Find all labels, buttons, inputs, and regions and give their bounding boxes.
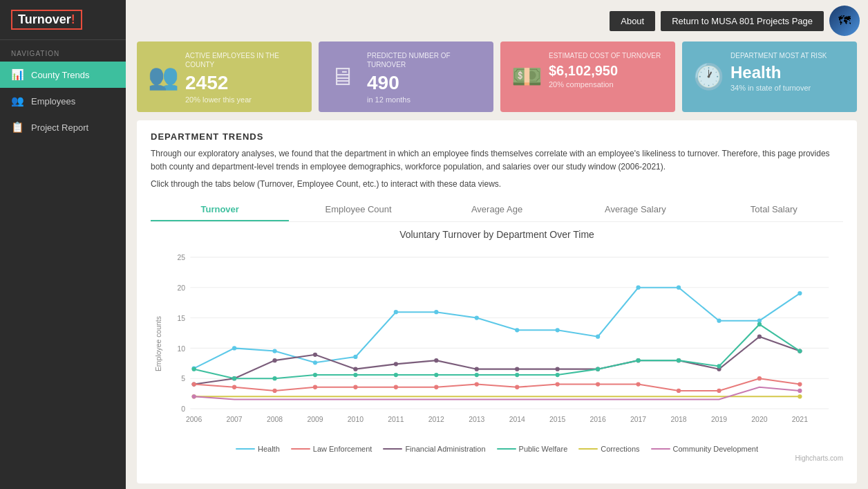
svg-point-36 <box>475 316 479 320</box>
chart-title: Voluntary Turnover by Department Over Ti… <box>151 229 843 240</box>
sidebar: Turnover! NAVIGATION 📊 County Trends 👥 E… <box>0 0 126 489</box>
svg-point-34 <box>394 310 398 314</box>
sidebar-item-label: Employees <box>31 96 75 107</box>
svg-point-78 <box>232 376 236 380</box>
card-estimated-cost: 💵 ESTIMATED COST OF TURNOVER $6,102,950 … <box>500 41 675 112</box>
svg-point-94 <box>798 395 802 399</box>
people-icon: 👥 <box>11 95 24 107</box>
svg-text:2015: 2015 <box>549 416 565 423</box>
svg-point-39 <box>596 335 600 339</box>
svg-text:2006: 2006 <box>186 416 202 423</box>
return-button[interactable]: Return to MUSA 801 Projects Page <box>661 11 824 31</box>
svg-point-66 <box>394 385 398 389</box>
svg-point-73 <box>677 389 681 393</box>
svg-text:2017: 2017 <box>630 416 646 423</box>
legend-label: Public Welfare <box>519 445 568 453</box>
svg-text:15: 15 <box>178 315 186 322</box>
card-predicted-turnover: 🖥 PREDICTED NUMBER OF TURNOVER 490 in 12… <box>319 41 493 112</box>
card-active-employees: 👥 ACTIVE EMPLOYEES IN THE COUNTY 2452 20… <box>137 41 312 112</box>
svg-text:2020: 2020 <box>751 416 767 423</box>
chart-legend: Health Law Enforcement Financial Adminis… <box>151 445 843 453</box>
legend-label: Financial Administration <box>405 445 485 453</box>
svg-point-50 <box>394 362 398 367</box>
svg-point-47 <box>272 358 276 362</box>
money-icon: 💵 <box>511 62 542 91</box>
tab-turnover[interactable]: Turnover <box>151 199 289 221</box>
svg-text:0: 0 <box>181 406 185 414</box>
legend-item-law-enforcement: Law Enforcement <box>291 445 372 453</box>
svg-point-67 <box>434 385 438 389</box>
chart-tabs: Turnover Employee Count Average Age Aver… <box>151 199 843 222</box>
legend-item-financial-admin: Financial Administration <box>383 445 485 453</box>
svg-point-89 <box>677 358 681 362</box>
svg-point-68 <box>475 382 479 387</box>
tab-average-salary[interactable]: Average Salary <box>566 199 704 221</box>
svg-point-72 <box>636 382 640 387</box>
sidebar-item-project-report[interactable]: 📋 Project Report <box>0 114 126 140</box>
svg-point-96 <box>798 389 802 393</box>
svg-text:25: 25 <box>178 254 186 261</box>
svg-point-88 <box>636 358 640 362</box>
svg-text:2011: 2011 <box>388 416 404 423</box>
svg-point-32 <box>313 361 317 365</box>
stat-cards: 👥 ACTIVE EMPLOYEES IN THE COUNTY 2452 20… <box>126 41 868 120</box>
about-button[interactable]: About <box>610 11 655 31</box>
card-value: 2452 <box>185 72 301 94</box>
chart-container: Voluntary Turnover by Department Over Ti… <box>151 222 843 462</box>
svg-point-79 <box>272 376 276 380</box>
tab-total-salary[interactable]: Total Salary <box>705 199 843 221</box>
svg-text:20: 20 <box>178 284 186 292</box>
svg-point-74 <box>717 389 721 393</box>
svg-point-53 <box>515 367 519 371</box>
content-panel: DEPARTMENT TRENDS Through our explorator… <box>137 120 857 483</box>
app-logo[interactable]: Turnover! <box>11 10 82 30</box>
card-sub: in 12 months <box>367 95 482 104</box>
svg-text:2019: 2019 <box>711 416 727 423</box>
svg-text:5: 5 <box>181 376 185 383</box>
legend-label: Community Development <box>673 445 759 453</box>
svg-point-84 <box>475 373 479 377</box>
svg-point-40 <box>636 286 640 290</box>
sidebar-item-county-trends[interactable]: 📊 County Trends <box>0 62 126 88</box>
card-sub: 20% compensation <box>549 80 664 89</box>
svg-point-38 <box>556 329 560 333</box>
svg-text:Employee counts: Employee counts <box>155 317 162 372</box>
svg-point-75 <box>757 376 762 380</box>
svg-text:2018: 2018 <box>670 416 686 423</box>
svg-point-90 <box>717 365 721 369</box>
line-chart: Employee counts 25 20 15 10 5 0 2006 200… <box>151 243 843 438</box>
card-value: 490 <box>367 72 482 94</box>
svg-point-44 <box>798 291 802 295</box>
svg-point-59 <box>757 335 762 339</box>
card-value: $6,102,950 <box>549 63 664 79</box>
svg-point-37 <box>515 329 519 333</box>
sidebar-item-employees[interactable]: 👥 Employees <box>0 88 126 114</box>
svg-text:2021: 2021 <box>792 416 808 423</box>
svg-point-41 <box>677 286 681 290</box>
legend-item-public-welfare: Public Welfare <box>497 445 568 453</box>
svg-point-87 <box>596 367 600 371</box>
tab-average-age[interactable]: Average Age <box>428 199 566 221</box>
svg-point-31 <box>272 349 276 353</box>
svg-point-35 <box>434 310 438 314</box>
svg-point-85 <box>515 373 519 377</box>
monitor-icon: 🖥 <box>330 62 355 91</box>
svg-point-42 <box>717 319 721 323</box>
legend-item-health: Health <box>236 445 280 453</box>
clock-icon: 🕐 <box>693 62 724 91</box>
card-value: Health <box>730 63 846 82</box>
svg-point-51 <box>434 358 438 362</box>
svg-text:2014: 2014 <box>509 416 525 423</box>
svg-point-62 <box>232 385 236 389</box>
section-description: Through our exploratory analyses, we fou… <box>151 147 843 174</box>
card-label: ESTIMATED COST OF TURNOVER <box>549 51 664 60</box>
tab-employee-count[interactable]: Employee Count <box>289 199 427 221</box>
svg-point-61 <box>191 382 196 387</box>
legend-item-corrections: Corrections <box>578 445 639 453</box>
svg-point-71 <box>596 382 600 387</box>
legend-label: Corrections <box>601 445 639 453</box>
svg-point-69 <box>515 385 519 389</box>
svg-point-33 <box>353 355 357 359</box>
document-icon: 📋 <box>11 121 24 133</box>
svg-point-70 <box>556 382 560 387</box>
